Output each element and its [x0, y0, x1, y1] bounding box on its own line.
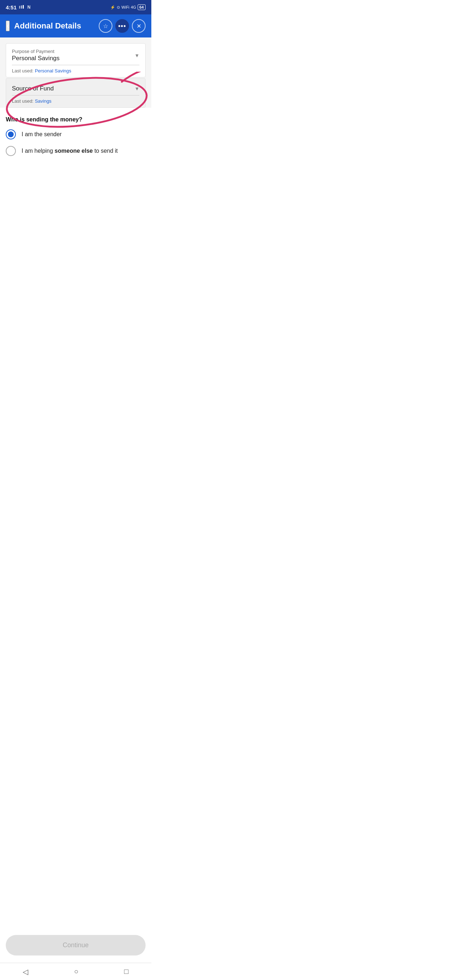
close-button[interactable]: ✕: [132, 19, 146, 33]
svg-rect-0: [19, 6, 20, 9]
scroll-container: Purpose of Payment Personal Savings ▼ La…: [0, 37, 151, 327]
radio-sender-circle[interactable]: [6, 129, 16, 140]
status-icons: ⚡ ⊙ WiFi 4G 64: [110, 4, 146, 10]
page-title: Additional Details: [14, 21, 94, 30]
who-is-sending-section: Who is sending the money? I am the sende…: [0, 109, 151, 170]
who-sending-question: Who is sending the money?: [6, 116, 146, 123]
bluetooth-icon: ⚡: [110, 5, 115, 10]
purpose-of-payment-field[interactable]: Purpose of Payment Personal Savings ▼ La…: [6, 43, 146, 78]
svg-rect-1: [21, 5, 22, 9]
more-options-button[interactable]: •••: [115, 19, 129, 33]
radio-option-helping[interactable]: I am helping someone else to send it: [6, 146, 146, 156]
source-of-fund-field[interactable]: Source of Fund ▼ Last used: Savings: [6, 78, 146, 108]
purpose-value: Personal Savings: [12, 55, 59, 62]
purpose-last-used-value: Personal Savings: [35, 68, 71, 73]
purpose-dropdown-icon: ▼: [134, 52, 139, 58]
purpose-last-used: Last used: Personal Savings: [12, 68, 139, 73]
app-header: ‹ Additional Details ☆ ••• ✕: [0, 14, 151, 37]
wifi-icon: WiFi: [121, 5, 129, 10]
radio-helping-circle[interactable]: [6, 146, 16, 156]
status-time: 4:51 N: [6, 4, 30, 10]
battery-indicator: 64: [138, 4, 146, 10]
nfc-icon: N: [27, 5, 30, 10]
sim-icon: [19, 5, 25, 10]
source-dropdown-icon: ▼: [134, 86, 139, 92]
fields-wrapper: Purpose of Payment Personal Savings ▼ La…: [0, 37, 151, 108]
status-bar: 4:51 N ⚡ ⊙ WiFi 4G 64: [0, 0, 151, 14]
signal-icon: 4G: [131, 5, 136, 10]
radio-helping-label: I am helping someone else to send it: [22, 148, 118, 154]
svg-rect-2: [23, 5, 24, 9]
location-icon: ⊙: [117, 5, 120, 10]
source-wrapper: Source of Fund ▼ Last used: Savings: [6, 78, 146, 108]
radio-sender-label: I am the sender: [22, 131, 62, 138]
purpose-label: Purpose of Payment: [12, 49, 59, 54]
back-button[interactable]: ‹: [6, 21, 10, 31]
source-last-used-value: Savings: [35, 99, 51, 104]
radio-option-sender[interactable]: I am the sender: [6, 129, 146, 140]
star-button[interactable]: ☆: [99, 19, 112, 33]
header-actions: ☆ ••• ✕: [99, 19, 146, 33]
source-last-used: Last used: Savings: [12, 99, 139, 104]
source-label: Source of Fund: [12, 85, 54, 92]
